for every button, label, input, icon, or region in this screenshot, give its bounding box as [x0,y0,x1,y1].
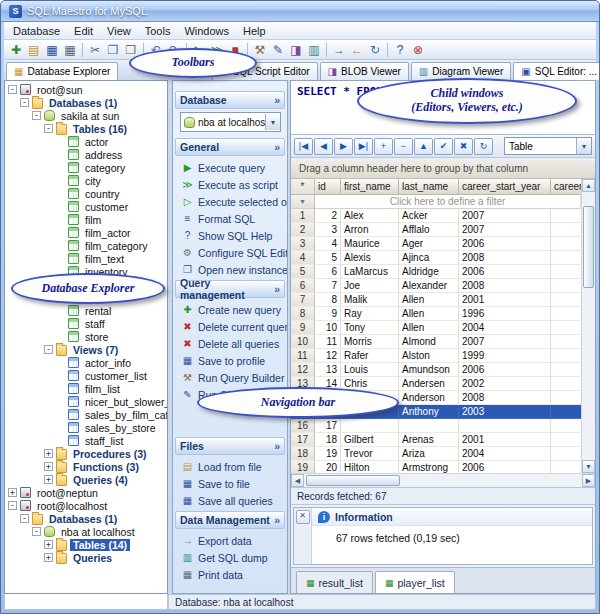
tree-item-sakila-at-sun[interactable]: -sakila at sun [5,109,167,122]
cell-career-start-year[interactable]: 2003 [459,405,551,419]
cell-last-name[interactable]: Ager [399,237,459,251]
cell-career-start-year[interactable]: 2001 [459,293,551,307]
tree-item-databases-1[interactable]: -Databases (1) [5,96,167,109]
cell-first-name[interactable]: Morris [341,335,399,349]
nav-item-execute-selected-only[interactable]: ▷Execute selected only [173,193,287,210]
cell-career-start-year[interactable]: 2007 [459,209,551,223]
tree-item-functions-3[interactable]: +Functions (3) [5,460,167,473]
menu-windows[interactable]: Windows [177,24,236,38]
table-row[interactable]: 1011MorrisAlmond2007 [291,335,581,349]
expand-icon[interactable]: + [44,449,53,458]
nav-item-format-sql[interactable]: ≡Format SQL [173,210,287,227]
cut-icon[interactable]: ✂ [86,42,104,58]
nav-section-header-data-management[interactable]: Data Management» [175,511,285,529]
cell-last-name[interactable]: Ariza [399,447,459,461]
tree-item-queries-4[interactable]: +Queries (4) [5,473,167,486]
cell-id[interactable]: 9 [315,307,341,321]
cell-career[interactable] [551,433,581,447]
close-icon[interactable]: ✕ [296,510,310,524]
cell-last-name[interactable]: Almond [399,335,459,349]
tree-item-film[interactable]: film [5,213,167,226]
tree-item-nba-at-localhost[interactable]: -nba at localhost [5,525,167,538]
cell-career-start-year[interactable]: 2006 [459,461,551,473]
row-indicator[interactable]: 1 [291,209,315,223]
expand-icon[interactable]: + [44,540,53,549]
menu-edit[interactable]: Edit [67,24,100,38]
cell-career-start-year[interactable]: 2006 [459,265,551,279]
cell-career[interactable] [551,447,581,461]
nav-item-execute-query[interactable]: ▶Execute query [173,159,287,176]
tree-item-tables-16[interactable]: -Tables (16) [5,122,167,135]
table-row[interactable]: 1112RaferAlston1999 [291,349,581,363]
cell-first-name[interactable]: Louis [341,363,399,377]
table-row[interactable]: 23ArronAfflalo2007 [291,223,581,237]
cell-last-name[interactable]: Anderson [399,391,459,405]
cell-career-start-year[interactable]: 2008 [459,251,551,265]
collapse-icon[interactable]: - [8,501,17,510]
cell-id[interactable]: 11 [315,335,341,349]
cell-career-start-year[interactable]: 2008 [459,279,551,293]
scroll-right-icon[interactable]: ▶ [582,474,595,487]
tree-item-root-localhost[interactable]: -root@localhost [5,499,167,512]
expand-icon[interactable]: + [44,462,53,471]
cell-career-start-year[interactable] [459,419,551,433]
horizontal-scrollbar[interactable]: ◀ ▶ [291,473,595,487]
collapse-icon[interactable]: - [20,98,29,107]
cell-career[interactable] [551,209,581,223]
cell-first-name[interactable]: Joe [341,279,399,293]
row-indicator[interactable]: 4 [291,251,315,265]
row-indicator[interactable]: 19 [291,461,315,473]
first-record-button[interactable]: |◀ [294,138,313,155]
cell-id[interactable]: 8 [315,293,341,307]
last-record-button[interactable]: ▶| [354,138,373,155]
cell-first-name[interactable]: Malik [341,293,399,307]
nav-item-delete-all-queries[interactable]: ✖Delete all queries [173,335,287,352]
table-row[interactable]: 1213LouisAmundson2006 [291,363,581,377]
table-row[interactable]: 1920HiltonArmstrong2006 [291,461,581,473]
cell-career[interactable] [551,307,581,321]
vertical-scrollbar[interactable]: ▲ ▼ [581,179,595,473]
cell-career[interactable] [551,391,581,405]
cell-first-name[interactable]: Rafer [341,349,399,363]
cell-last-name[interactable]: Acker [399,209,459,223]
table-row[interactable]: 1718GilbertArenas2001 [291,433,581,447]
column-header-id[interactable]: id [315,179,341,195]
cell-last-name[interactable]: Ajinca [399,251,459,265]
save-icon[interactable]: ▦ [43,42,61,58]
insert-record-button[interactable]: + [374,138,393,155]
nav-item-export-data[interactable]: →Export data [173,532,287,549]
nav-item-run-query-builder[interactable]: ⚒Run Query Builder [173,369,287,386]
row-indicator-header[interactable]: * [291,179,315,195]
cell-last-name[interactable]: Alston [399,349,459,363]
delete-record-button[interactable]: − [394,138,413,155]
blob-viewer-icon[interactable]: ◨ [287,42,305,58]
cell-career[interactable] [551,461,581,473]
tree-item-root-neptun[interactable]: +root@neptun [5,486,167,499]
tree-item-procedures-3[interactable]: +Procedures (3) [5,447,167,460]
cell-last-name[interactable]: Afflalo [399,223,459,237]
refresh-records-button[interactable]: ↻ [474,138,493,155]
cell-last-name[interactable]: Andersen [399,377,459,391]
tab-blob-viewer[interactable]: ◨BLOB Viewer [320,62,409,80]
cell-career-start-year[interactable]: 2006 [459,237,551,251]
nav-item-create-new-query[interactable]: ✚Create new query [173,301,287,318]
cell-id[interactable]: 2 [315,209,341,223]
cell-id[interactable]: 4 [315,237,341,251]
scroll-down-icon[interactable]: ▼ [582,460,595,473]
prior-record-button[interactable]: ◀ [314,138,333,155]
nav-item-save-to-profile[interactable]: ▦Save to profile [173,352,287,369]
print-icon[interactable]: ▦ [61,42,79,58]
nav-item-delete-current-query[interactable]: ✖Delete current query [173,318,287,335]
cell-first-name[interactable]: Ray [341,307,399,321]
tree-item-databases-1[interactable]: -Databases (1) [5,512,167,525]
refresh-icon[interactable]: ↻ [366,42,384,58]
cell-career[interactable] [551,223,581,237]
tree-item-actor[interactable]: actor [5,135,167,148]
nav-item-load-from-file[interactable]: ▤Load from file [173,458,287,475]
collapse-icon[interactable]: - [8,85,17,94]
column-header-first-name[interactable]: first_name [341,179,399,195]
cell-career[interactable] [551,419,581,433]
nav-section-header-general[interactable]: General» [175,138,285,156]
exit-icon[interactable]: ⊗ [409,42,427,58]
horizontal-scroll-thumb[interactable] [306,475,400,486]
